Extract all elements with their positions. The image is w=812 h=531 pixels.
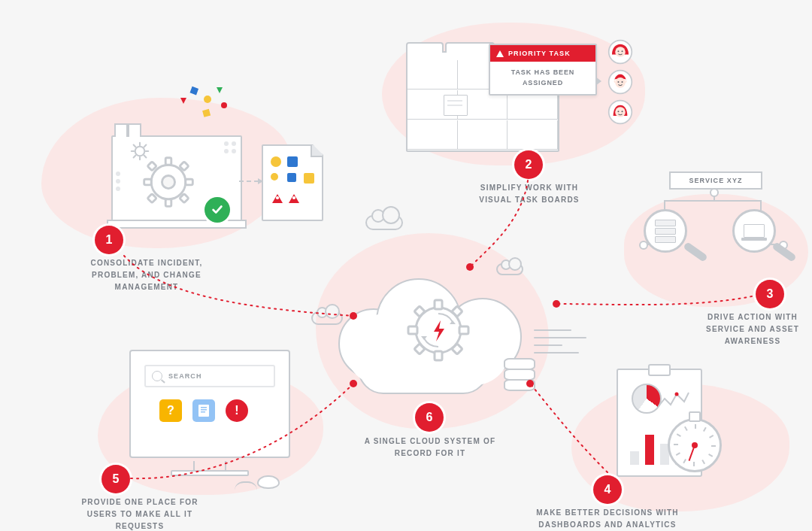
search-bar: SEARCH bbox=[144, 365, 275, 387]
checkmark-icon bbox=[205, 197, 230, 223]
label-5: PROVIDE ONE PLACE FOR USERS TO MAKE ALL … bbox=[73, 496, 207, 531]
badge-2-num: 2 bbox=[526, 158, 532, 171]
svg-rect-16 bbox=[144, 179, 152, 185]
badge-6-num: 6 bbox=[426, 411, 433, 424]
label-3: DRIVE ACTION WITH SERVICE AND ASSET AWAR… bbox=[695, 311, 810, 347]
svg-rect-18 bbox=[147, 162, 156, 171]
svg-point-27 bbox=[615, 77, 626, 88]
badge-1: 1 bbox=[95, 226, 123, 254]
alert-icon: ! bbox=[226, 399, 248, 422]
diagram-stage: .dline{fill:none;stroke:#e11e2f;stroke-w… bbox=[0, 0, 812, 531]
badge-2: 2 bbox=[514, 150, 543, 179]
svg-point-33 bbox=[622, 111, 623, 112]
svg-rect-37 bbox=[201, 409, 207, 411]
database-icon bbox=[504, 360, 535, 390]
label-1: CONSOLIDATE INCIDENT, PROBLEM, AND CHANG… bbox=[74, 257, 220, 293]
svg-rect-14 bbox=[165, 158, 171, 165]
priority-task-popup: PRIORITY TASK TASK HAS BEEN ASSIGNED bbox=[489, 44, 597, 96]
badge-5-num: 5 bbox=[113, 472, 120, 486]
svg-rect-38 bbox=[201, 411, 205, 413]
label-4: MAKE BETTER DECISIONS WITH DASHBOARDS AN… bbox=[531, 507, 684, 531]
large-gear-icon bbox=[140, 153, 197, 211]
svg-point-10 bbox=[221, 102, 227, 108]
svg-point-34 bbox=[675, 393, 679, 396]
svg-point-2 bbox=[553, 300, 560, 308]
svg-point-25 bbox=[622, 50, 623, 52]
badge-3-num: 3 bbox=[767, 287, 774, 301]
svg-marker-8 bbox=[217, 87, 223, 93]
svg-rect-43 bbox=[459, 326, 468, 334]
svg-rect-35 bbox=[198, 405, 209, 417]
alert-triangle-icon bbox=[496, 50, 504, 57]
svg-rect-17 bbox=[186, 179, 192, 185]
sparkline-icon bbox=[657, 388, 690, 411]
svg-point-23 bbox=[615, 47, 626, 57]
app-icon-row: ? ! bbox=[159, 399, 248, 422]
badge-4-num: 4 bbox=[604, 483, 611, 496]
confetti-icon bbox=[174, 83, 242, 128]
speed-lines-icon bbox=[534, 323, 594, 360]
avatar-male-icon bbox=[607, 69, 633, 95]
kanban-card-icon bbox=[444, 95, 468, 116]
avatar-female2-icon bbox=[607, 99, 633, 125]
magnifier-server-icon bbox=[644, 209, 687, 253]
document-icon bbox=[262, 144, 323, 221]
avatar-female1-icon bbox=[607, 39, 633, 65]
svg-rect-15 bbox=[165, 199, 171, 207]
svg-rect-41 bbox=[435, 351, 442, 360]
svg-point-13 bbox=[162, 175, 174, 188]
svg-point-24 bbox=[617, 50, 619, 52]
svg-rect-40 bbox=[435, 300, 442, 309]
service-box-text: SERVICE XYZ bbox=[689, 177, 742, 184]
svg-rect-36 bbox=[201, 407, 207, 408]
avatar-group bbox=[607, 39, 633, 125]
mouse-icon bbox=[257, 475, 280, 489]
badge-6: 6 bbox=[415, 403, 444, 432]
svg-rect-9 bbox=[202, 109, 211, 117]
search-placeholder: SEARCH bbox=[168, 372, 201, 380]
svg-rect-6 bbox=[190, 86, 199, 96]
badge-1-num: 1 bbox=[106, 233, 113, 247]
small-cloud-icon bbox=[365, 215, 403, 230]
svg-point-29 bbox=[622, 81, 623, 83]
popup-header-text: PRIORITY TASK bbox=[508, 50, 571, 57]
monitor-icon: SEARCH ? ! bbox=[129, 350, 290, 458]
badge-5: 5 bbox=[102, 465, 130, 493]
svg-marker-5 bbox=[180, 98, 186, 104]
badge-3: 3 bbox=[756, 280, 784, 308]
svg-point-7 bbox=[204, 96, 211, 103]
document-app-icon bbox=[192, 399, 215, 422]
label-2: SIMPLIFY WORK WITH VISUAL TASK BOARDS bbox=[463, 182, 595, 206]
arrow-right-icon bbox=[595, 77, 601, 86]
popup-body-text: TASK HAS BEEN ASSIGNED bbox=[490, 62, 595, 94]
svg-point-28 bbox=[617, 81, 619, 83]
service-box: SERVICE XYZ bbox=[669, 171, 762, 190]
stopwatch-icon bbox=[668, 418, 722, 472]
search-icon bbox=[152, 371, 162, 381]
arrow-dash-icon bbox=[239, 181, 259, 182]
badge-4: 4 bbox=[593, 475, 622, 504]
center-gear-icon bbox=[403, 295, 474, 366]
svg-point-31 bbox=[615, 107, 626, 117]
popup-header: PRIORITY TASK bbox=[490, 45, 595, 62]
monitor-screen: SEARCH ? ! bbox=[137, 357, 283, 451]
label-6: A SINGLE CLOUD SYSTEM OF RECORD FOR IT bbox=[353, 435, 508, 460]
svg-rect-42 bbox=[408, 326, 417, 334]
svg-rect-21 bbox=[147, 194, 156, 203]
svg-point-32 bbox=[617, 111, 619, 112]
magnifier-laptop-icon bbox=[732, 209, 776, 253]
help-icon: ? bbox=[159, 399, 182, 422]
